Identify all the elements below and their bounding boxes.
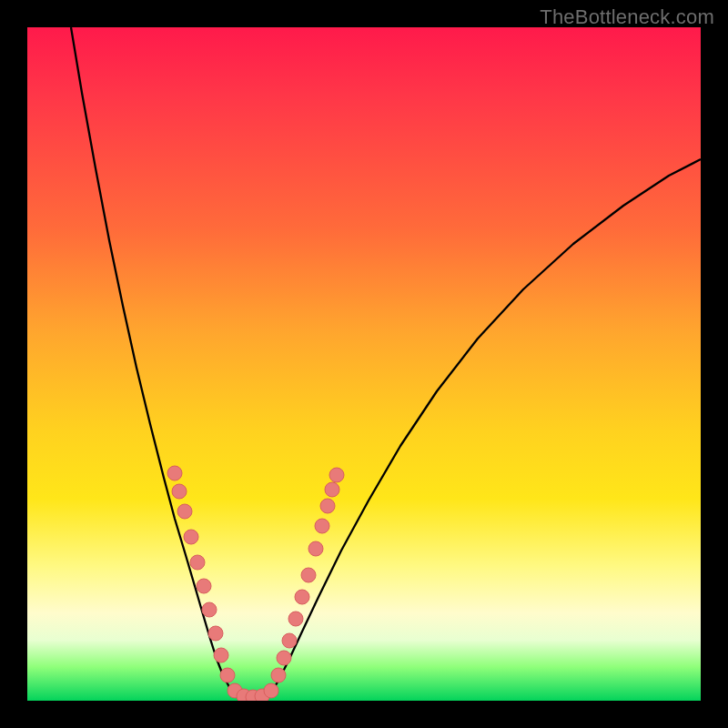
marker-dot xyxy=(301,568,316,582)
marker-dot xyxy=(277,651,291,665)
chart-frame: TheBottleneck.com xyxy=(0,0,728,728)
bottleneck-curve xyxy=(71,27,701,699)
marker-dot xyxy=(315,519,329,533)
marker-dot xyxy=(184,530,198,544)
marker-dot xyxy=(264,683,278,698)
marker-dot xyxy=(220,668,235,682)
marker-dot xyxy=(325,482,339,497)
marker-dot xyxy=(202,602,217,617)
marker-dot xyxy=(214,648,228,662)
chart-plot-area xyxy=(27,27,701,701)
marker-dot xyxy=(167,466,182,480)
marker-dot xyxy=(208,626,223,641)
marker-dot xyxy=(282,633,297,648)
marker-dot xyxy=(190,555,205,570)
marker-dot xyxy=(177,504,192,519)
marker-dot xyxy=(308,541,323,556)
marker-dot xyxy=(288,612,303,626)
marker-dot xyxy=(320,499,335,513)
watermark-text: TheBottleneck.com xyxy=(540,5,714,29)
marker-dot xyxy=(271,668,286,682)
marker-dot xyxy=(295,590,309,604)
marker-dot xyxy=(172,484,187,499)
marker-dot xyxy=(329,468,344,482)
marker-dot xyxy=(197,579,211,593)
chart-overlay xyxy=(27,27,701,701)
